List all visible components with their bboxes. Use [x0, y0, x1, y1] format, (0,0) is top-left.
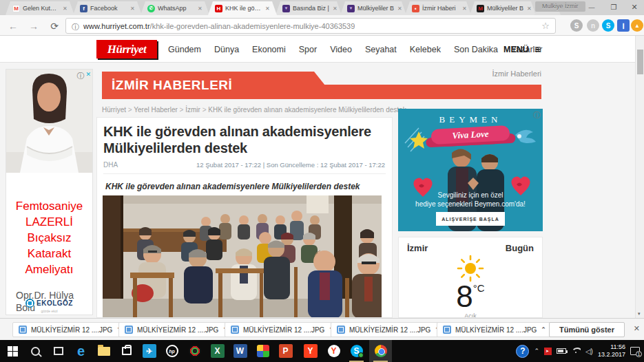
crumb-yerel-haberler[interactable]: Yerel Haberler	[134, 106, 185, 114]
orange-extension-icon[interactable]	[631, 19, 643, 32]
download-item[interactable]: MÜLKİYEİZMİR 12 ....JPG	[225, 322, 340, 337]
nav-ekonomi[interactable]: Ekonomi	[252, 45, 286, 54]
image-file-icon	[337, 326, 345, 334]
taskbar-hp[interactable]	[160, 340, 183, 362]
tab-close-icon[interactable]	[462, 6, 467, 12]
tray-chevron-icon[interactable]: ⌃	[534, 348, 539, 354]
left-ad-ekolgoz[interactable]: Femtosaniye LAZERLİ Bıçaksız Katarakt Am…	[6, 69, 93, 315]
bookmark-star-icon[interactable]	[541, 21, 550, 31]
hurriyet-logo[interactable]: Hürriyet	[96, 40, 157, 58]
taskbar-store[interactable]	[115, 340, 138, 362]
nav-seyahat[interactable]: Seyahat	[365, 45, 397, 54]
download-item[interactable]: MÜLKİYEİZMİR 12 ....JPG	[331, 322, 446, 337]
downloads-bar-close-icon[interactable]	[634, 324, 640, 333]
mulkiye-shield-icon	[347, 5, 355, 12]
window-restore-button[interactable]	[604, 0, 623, 14]
sun-icon	[455, 255, 486, 282]
notification-center-icon[interactable]: 1	[630, 347, 640, 355]
tab-close-icon[interactable]	[265, 6, 270, 12]
ad-close-icon[interactable]	[85, 71, 91, 81]
crumb-izmir[interactable]: İzmir	[185, 106, 208, 114]
taskbar-chrome-active[interactable]	[369, 340, 392, 362]
menu-label: MENÜ	[503, 45, 529, 54]
taskbar-clock[interactable]: 11:56 13.2.2017	[598, 343, 625, 359]
taskbar-excel[interactable]	[206, 340, 229, 362]
back-button[interactable]	[6, 19, 21, 34]
section-banner: İZMİR HABERLERİ	[102, 72, 336, 99]
page-info-icon[interactable]	[72, 20, 79, 32]
tray-red-app-icon[interactable]	[544, 348, 552, 355]
taskbar-camera-app[interactable]	[183, 340, 206, 362]
download-item[interactable]: MÜLKİYEİZMİR 12 ....JPG	[118, 322, 234, 337]
nav-video[interactable]: Video	[330, 45, 352, 54]
address-bar[interactable]: www.hurriyet.com.tr/khk-ile-gorevden-ali…	[65, 18, 556, 34]
tab-close-icon[interactable]	[527, 6, 532, 12]
ad-info-icon[interactable]	[533, 110, 541, 120]
ad-info-icon[interactable]	[76, 71, 84, 81]
nav-son-dakika[interactable]: Son Dakika	[454, 45, 498, 54]
window-close-button[interactable]	[625, 0, 644, 14]
hp-icon	[166, 345, 178, 357]
article-card: KHK ile görevden alınan akademisyenlere …	[96, 117, 393, 318]
window-minimize-button[interactable]	[582, 0, 601, 14]
reload-button[interactable]	[47, 19, 62, 34]
scrollbar-thumb[interactable]	[637, 50, 643, 74]
tab-gmail[interactable]: Gelen Kutusu	[6, 1, 74, 15]
tab-close-icon[interactable]	[198, 6, 202, 12]
forward-button[interactable]	[26, 19, 41, 34]
tab-izmir-haberleri[interactable]: İzmir Haberi	[405, 1, 471, 15]
nav-dunya[interactable]: Dünya	[214, 45, 239, 54]
tab-close-icon[interactable]	[333, 6, 337, 12]
skype-icon	[351, 345, 363, 357]
download-filename: MÜLKİYEİZMİR 12 ....JPG	[137, 326, 218, 334]
nav-kelebek[interactable]: Kelebek	[410, 45, 441, 54]
download-item[interactable]: MÜLKİYEİZMİR 12 ....JPG	[437, 322, 552, 337]
taskbar-yandex[interactable]	[299, 340, 322, 362]
beymen-cta-button[interactable]: ALIŞVERİŞE BAŞLA	[436, 212, 505, 226]
taskbar-file-explorer[interactable]	[92, 340, 115, 362]
hp-support-icon[interactable]	[516, 345, 529, 358]
tab-mulkiyeliler-2[interactable]: Mülkiyeliler B	[470, 1, 536, 15]
taskbar-word[interactable]	[229, 340, 251, 362]
extension-gray-s-icon[interactable]	[570, 19, 583, 32]
nav-spor[interactable]: Spor	[299, 45, 317, 54]
weather-widget: İzmir Bugün 8°C Açık	[398, 237, 543, 318]
download-filename: MÜLKİYEİZMİR 12 ....JPG	[31, 326, 112, 334]
beymen-ad[interactable]: BEYMEN Viva Love Sevgiliniz için en özel	[398, 109, 543, 231]
tab-facebook[interactable]: Facebook	[73, 1, 142, 15]
tab-close-icon[interactable]	[397, 6, 402, 12]
taskbar-powerpoint[interactable]	[274, 340, 297, 362]
profile-name-chip[interactable]: Mulkiye İzmir	[535, 1, 585, 12]
page-scrollbar[interactable]	[635, 36, 644, 318]
tab-mulkiyeliler-1[interactable]: Mülkiyeliler B	[340, 1, 406, 15]
nav-gundem[interactable]: Gündem	[168, 45, 201, 54]
volume-icon[interactable]	[585, 348, 593, 355]
download-item[interactable]: MÜLKİYEİZMİR 12 ....JPG	[12, 322, 128, 337]
show-all-downloads-button[interactable]: Tümünü göster	[549, 322, 625, 337]
tab-active-hurriyet[interactable]: KHK ile görev	[208, 1, 277, 15]
taskbar-skype[interactable]	[345, 340, 368, 362]
section-right-label[interactable]: İzmir Haberleri	[398, 70, 541, 78]
tab-basinda-biz[interactable]: Basında Biz |	[276, 1, 342, 15]
extension-gray-circle-icon[interactable]	[587, 19, 599, 32]
tab-close-icon[interactable]	[63, 6, 67, 12]
menu-button[interactable]: MENÜ	[503, 36, 541, 63]
weather-day-label[interactable]: Bugün	[506, 243, 534, 253]
scrollbar-down-arrow[interactable]	[638, 311, 641, 317]
taskbar-yandex-browser[interactable]	[322, 340, 345, 362]
taskbar-edge[interactable]	[70, 340, 92, 362]
skype-extension-icon[interactable]	[602, 19, 614, 32]
start-button[interactable]	[1, 340, 24, 362]
battery-icon[interactable]	[557, 348, 566, 354]
taskbar-search-button[interactable]	[24, 340, 47, 362]
tab-close-icon[interactable]	[130, 6, 135, 12]
crumb-hurriyet[interactable]: Hürriyet	[102, 106, 134, 114]
wifi-icon[interactable]	[571, 348, 581, 355]
tab-whatsapp[interactable]: WhatsApp	[141, 1, 209, 15]
taskbar-colorful-app[interactable]	[251, 340, 274, 362]
taskbar-blue-app[interactable]	[138, 340, 160, 362]
blue-bookmark-extension-icon[interactable]	[617, 19, 630, 32]
download-menu-chevron-icon[interactable]	[541, 326, 546, 333]
task-view-button[interactable]	[47, 340, 70, 362]
article-photo[interactable]	[103, 195, 382, 318]
